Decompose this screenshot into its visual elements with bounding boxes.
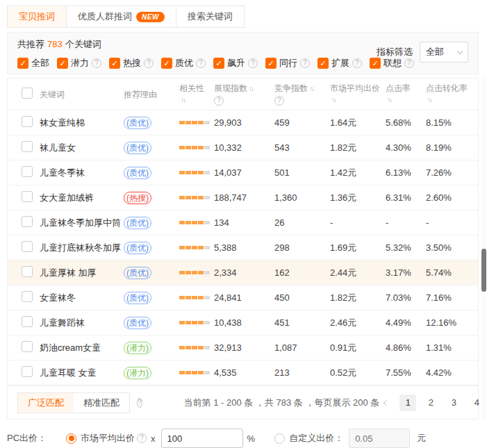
avg-bid-value: 1.42元 (330, 167, 386, 179)
exact-match-button[interactable]: 精准匹配 (74, 393, 129, 413)
col-avg-bid[interactable]: 市场平均出价 ↑↓ (330, 83, 386, 106)
filter-checkbox-item[interactable]: ✓潜力? (57, 57, 101, 69)
help-icon[interactable]: ? (300, 58, 310, 68)
sort-icon[interactable]: ↑↓ (427, 96, 431, 103)
col-ctr[interactable]: 点击率 ↑↓ (386, 83, 426, 106)
table-row[interactable]: 女大童加绒裤 (热搜) 188,747 1,360 1.36元 6.31% 2.… (8, 185, 478, 210)
tab-search-keyword[interactable]: 搜索关键词 (176, 6, 244, 27)
sort-icon[interactable]: ↑↓ (387, 96, 391, 103)
keyword-text: 儿童耳暖 女童 (40, 367, 124, 379)
filter-checkbox-label: 飙升 (227, 57, 245, 69)
table-row[interactable]: 袜女童纯棉 (质优) 29,903 459 1.64元 5.68% 8.15% (8, 110, 478, 135)
help-icon[interactable]: ? (352, 58, 362, 68)
page-button[interactable]: 1 (399, 395, 416, 411)
col-reason: 推荐理由 (124, 89, 179, 100)
help-icon[interactable]: ? (248, 58, 258, 68)
row-checkbox[interactable] (22, 341, 33, 352)
custom-bid-input[interactable] (349, 429, 410, 448)
filter-checkbox-item[interactable]: ✓热搜? (109, 57, 154, 69)
checkbox-icon[interactable]: ✓ (161, 58, 172, 69)
cvr-value: 2.60% (426, 192, 478, 203)
table-row[interactable]: 儿童耳暖 女童 (潜力) 4,535 213 0.52元 7.55% 4.42% (8, 360, 478, 385)
row-checkbox[interactable] (22, 166, 33, 177)
pagination-pages: 1234 (399, 395, 485, 411)
help-icon[interactable]: ? (92, 58, 101, 68)
table-row[interactable]: 袜儿童女 (质优) 10,332 543 1.82元 4.30% 8.19% (8, 135, 478, 160)
sort-icon[interactable]: ↑↓ (181, 96, 185, 103)
col-impressions[interactable]: 展现指数↑↓ ? (214, 83, 274, 106)
checkbox-icon[interactable]: ✓ (57, 58, 68, 69)
impressions-value: 14,037 (214, 167, 274, 178)
row-checkbox[interactable] (22, 366, 33, 377)
filter-checkbox-item[interactable]: ✓全部 (17, 57, 49, 69)
keyword-text: 儿童舞蹈袜 (40, 317, 124, 329)
help-icon[interactable]: ? (214, 96, 224, 106)
sort-icon[interactable]: ↑↓ (249, 85, 253, 92)
help-icon[interactable]: ? (144, 58, 154, 68)
row-checkbox[interactable] (22, 216, 33, 227)
table-row[interactable]: 儿童打底袜秋冬加厚 (质优) 5,388 298 1.69元 5.32% 3.5… (8, 235, 478, 260)
keyword-text: 儿童厚袜 加厚 (40, 267, 124, 279)
checkbox-icon[interactable]: ✓ (213, 58, 224, 69)
page-button[interactable]: 2 (422, 395, 439, 411)
custom-bid-radio[interactable] (274, 433, 285, 444)
help-icon[interactable]: ? (196, 58, 206, 68)
market-bid-radio[interactable] (66, 433, 76, 444)
reason-badge: (潜力) (124, 342, 151, 354)
keyword-text: 袜儿童女 (40, 142, 124, 154)
avg-bid-value: 2.44元 (330, 267, 386, 279)
row-checkbox[interactable] (22, 141, 33, 152)
page-button[interactable]: 3 (445, 395, 462, 411)
row-checkbox[interactable] (22, 316, 33, 327)
filter-checkbox-label: 同行 (279, 57, 297, 69)
metric-filter-select[interactable]: 全部 (420, 42, 468, 63)
help-icon[interactable]: ? (137, 433, 147, 443)
filter-checkbox-item[interactable]: ✓扩展? (317, 57, 362, 69)
checkbox-icon[interactable]: ✓ (265, 58, 276, 69)
checkbox-icon[interactable]: ✓ (17, 58, 28, 69)
avg-bid-value: 0.52元 (330, 367, 386, 379)
row-checkbox[interactable] (22, 291, 33, 302)
tab-crowd-recommend[interactable]: 优质人群推词 NEW (67, 6, 176, 27)
help-icon[interactable]: ? (137, 398, 142, 408)
competition-value: 451 (274, 317, 330, 328)
relevance-bars (179, 271, 214, 274)
col-cvr[interactable]: 点击转化率 ↑↓ (426, 83, 478, 106)
cvr-value: 5.74% (426, 267, 478, 278)
table-row[interactable]: 女童袜冬 (质优) 24,841 450 1.82元 7.03% 7.16% (8, 285, 478, 310)
prev-page-icon[interactable] (379, 395, 393, 411)
row-checkbox[interactable] (22, 266, 33, 277)
scrollbar-thumb[interactable] (481, 249, 486, 292)
ctr-value: 3.17% (386, 267, 426, 278)
market-bid-percent-input[interactable] (161, 429, 243, 448)
col-relevance[interactable]: 相关性 ↑↓ (179, 83, 214, 106)
tab-bar: 宝贝推词 优质人群推词 NEW 搜索关键词 (7, 6, 245, 28)
broad-match-button[interactable]: 广泛匹配 (18, 393, 74, 413)
filter-checkbox-item[interactable]: ✓飙升? (213, 57, 258, 69)
table-row[interactable]: 儿童厚袜 加厚 (质优) 2,334 162 2.44元 3.17% 5.74% (8, 260, 478, 285)
col-competition[interactable]: 竞争指数↑↓ ? (274, 83, 330, 106)
table-row[interactable]: 奶油cream女童 (潜力) 32,913 1,087 0.91元 4.86% … (8, 335, 478, 360)
help-icon[interactable]: ? (274, 96, 284, 106)
select-all-checkbox[interactable] (22, 88, 33, 99)
cvr-value: 7.16% (426, 292, 478, 303)
table-row[interactable]: 儿童舞蹈袜 (质优) 10,438 451 2.46元 4.49% 12.16% (8, 310, 478, 335)
row-checkbox[interactable] (22, 241, 33, 252)
market-bid-option-label: 市场平均出价 (81, 432, 135, 445)
cvr-value: 12.16% (426, 317, 478, 328)
filter-checkbox-item[interactable]: ✓同行? (265, 57, 310, 69)
checkbox-icon[interactable]: ✓ (109, 58, 120, 69)
filter-checkbox-item[interactable]: ✓质优? (161, 57, 206, 69)
table-row[interactable]: 儿童冬季袜 (质优) 14,037 501 1.42元 6.13% 7.26% (8, 160, 478, 185)
table-row[interactable]: 儿童袜冬季加厚中筒 (质优) 134 26 - - - (8, 210, 478, 235)
sort-icon[interactable]: ↑↓ (309, 85, 313, 92)
ctr-value: 4.86% (386, 342, 426, 353)
checkbox-icon[interactable]: ✓ (317, 58, 329, 69)
tab-item-recommend[interactable]: 宝贝推词 (8, 6, 67, 27)
row-checkbox[interactable] (22, 116, 33, 127)
filter-checkbox-label: 扩展 (331, 57, 349, 69)
sort-icon[interactable]: ↑↓ (331, 96, 336, 103)
row-checkbox[interactable] (22, 191, 33, 202)
tab-label: 搜索关键词 (188, 10, 233, 23)
ctr-value: 5.68% (386, 117, 426, 128)
